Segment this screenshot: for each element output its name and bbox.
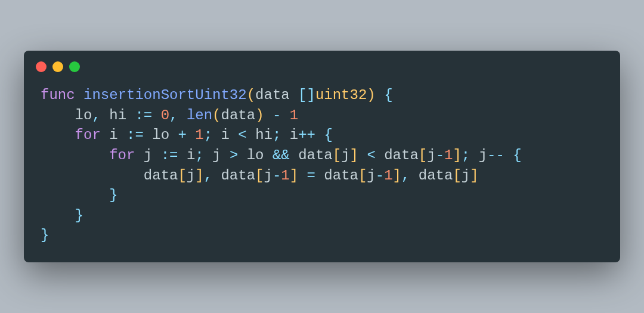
paren-open: ( — [247, 87, 255, 103]
op-decl: := — [126, 127, 144, 143]
brace-close: } — [109, 187, 117, 203]
ident-data: data — [221, 168, 255, 184]
ident-i: i — [221, 127, 230, 143]
bracket-close: ] — [290, 168, 298, 184]
bracket-close: ] — [393, 168, 401, 184]
ident-data: data — [384, 147, 419, 163]
paren-close: ) — [255, 107, 264, 123]
bracket-close: ] — [470, 168, 478, 184]
window-zoom-button[interactable] — [69, 61, 80, 72]
code-window: func insertionSortUint32(data []uint32) … — [24, 51, 620, 262]
op-minus: - — [376, 168, 384, 184]
op-assign: = — [307, 168, 315, 184]
paren-open: ( — [212, 107, 221, 123]
ident-j: j — [187, 168, 195, 184]
window-title-bar — [24, 51, 620, 77]
num-one: 1 — [444, 147, 453, 163]
brace-open: { — [384, 87, 392, 103]
bracket-close: ] — [350, 147, 358, 163]
keyword-func: func — [41, 87, 75, 103]
window-minimize-button[interactable] — [52, 61, 63, 72]
keyword-for: for — [109, 147, 135, 163]
semicolon: ; — [195, 147, 203, 163]
code-block: func insertionSortUint32(data []uint32) … — [24, 77, 620, 246]
bracket-close: ] — [195, 168, 203, 184]
paren-close: ) — [367, 87, 375, 103]
num-zero: 0 — [161, 107, 169, 123]
brace-close: } — [75, 207, 83, 224]
comma: , — [169, 107, 178, 123]
ident-j: j — [427, 147, 435, 163]
ident-hi: hi — [255, 127, 273, 143]
num-one: 1 — [281, 168, 289, 184]
bracket-open: [ — [358, 168, 367, 184]
op-minus: - — [436, 147, 444, 163]
brace-open: { — [513, 147, 521, 163]
builtin-len: len — [187, 107, 212, 123]
num-one: 1 — [290, 107, 298, 123]
brace-open: { — [324, 127, 332, 143]
ident-data: data — [144, 168, 178, 184]
bracket-open: [ — [333, 147, 341, 163]
num-one: 1 — [384, 168, 392, 184]
type-uint32: uint32 — [315, 87, 367, 103]
keyword-for: for — [75, 127, 101, 143]
slice-brackets: [] — [298, 87, 315, 103]
ident-j: j — [264, 168, 272, 184]
ident-lo: lo — [75, 107, 92, 123]
op-inc: ++ — [298, 127, 315, 143]
window-close-button[interactable] — [36, 61, 47, 72]
comma: , — [92, 107, 100, 123]
semicolon: ; — [273, 127, 281, 143]
ident-lo: lo — [247, 147, 264, 163]
ident-j: j — [212, 147, 221, 163]
ident-lo: lo — [152, 127, 169, 143]
brace-close: } — [41, 227, 49, 243]
semicolon: ; — [204, 127, 212, 143]
ident-hi: hi — [109, 107, 126, 123]
op-plus: + — [178, 127, 186, 143]
ident-j: j — [341, 147, 349, 163]
ident-j: j — [367, 168, 375, 184]
comma: , — [204, 168, 212, 184]
num-one: 1 — [195, 127, 203, 143]
bracket-open: [ — [419, 147, 427, 163]
op-lt: < — [238, 127, 246, 143]
bracket-open: [ — [255, 168, 264, 184]
op-and: && — [273, 147, 290, 163]
ident-data: data — [324, 168, 358, 184]
ident-i: i — [109, 127, 117, 143]
bracket-open: [ — [178, 168, 186, 184]
op-decl: := — [161, 147, 178, 163]
ident-data: data — [298, 147, 333, 163]
comma: , — [401, 168, 410, 184]
op-dec: -- — [487, 147, 504, 163]
op-decl: := — [135, 107, 152, 123]
ident-i: i — [187, 147, 195, 163]
ident-j: j — [462, 168, 470, 184]
function-name: insertionSortUint32 — [83, 87, 247, 103]
ident-i: i — [290, 127, 298, 143]
op-minus: - — [273, 168, 281, 184]
op-lt: < — [367, 147, 375, 163]
op-minus: - — [273, 107, 281, 123]
bracket-open: [ — [453, 168, 461, 184]
ident-j: j — [144, 147, 152, 163]
semicolon: ; — [462, 147, 470, 163]
ident-data: data — [419, 168, 453, 184]
bracket-close: ] — [453, 147, 461, 163]
ident-data: data — [221, 107, 256, 123]
param-data: data — [255, 87, 290, 103]
ident-j: j — [479, 147, 487, 163]
op-gt: > — [230, 147, 238, 163]
